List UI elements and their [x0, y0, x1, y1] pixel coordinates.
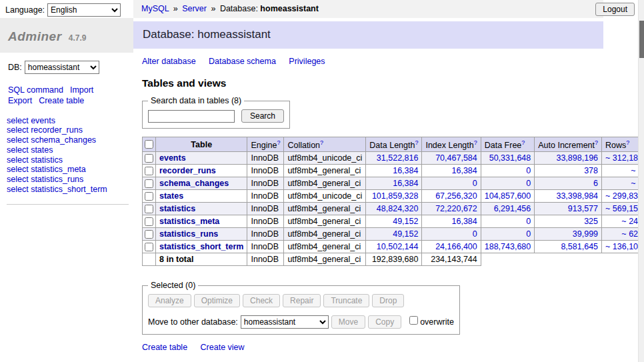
- data-free-link[interactable]: 0: [526, 229, 531, 239]
- table-name-link[interactable]: statistics: [159, 204, 195, 213]
- row-checkbox[interactable]: [145, 205, 153, 213]
- row-checkbox[interactable]: [145, 167, 153, 175]
- rows-count-link[interactable]: ~ 299,833: [605, 191, 643, 201]
- index-length-link[interactable]: 0: [473, 229, 477, 239]
- optimize-button[interactable]: Optimize: [194, 294, 240, 307]
- column-help-icon[interactable]: ?: [595, 139, 598, 146]
- sidebar-table-link[interactable]: select schema_changes: [7, 135, 129, 145]
- data-length-link[interactable]: 49,152: [393, 217, 418, 226]
- row-checkbox[interactable]: [145, 243, 153, 251]
- drop-button[interactable]: Drop: [372, 294, 404, 307]
- data-length-link[interactable]: 16,384: [393, 166, 418, 175]
- row-checkbox[interactable]: [145, 154, 153, 163]
- auto-increment-link[interactable]: 325: [584, 217, 598, 226]
- rows-count-link[interactable]: ~ 312,180: [605, 153, 643, 163]
- table-name-link[interactable]: statistics_runs: [159, 229, 218, 239]
- column-help-icon[interactable]: ?: [320, 139, 323, 146]
- index-length-link[interactable]: 16,384: [452, 217, 477, 226]
- data-free-link[interactable]: 0: [526, 217, 531, 226]
- column-help-icon[interactable]: ?: [277, 139, 280, 146]
- truncate-button[interactable]: Truncate: [323, 294, 369, 307]
- data-free-link[interactable]: 0: [526, 179, 531, 188]
- repair-button[interactable]: Repair: [283, 294, 321, 307]
- breadcrumb-mysql-link[interactable]: MySQL: [141, 4, 169, 13]
- data-length-link[interactable]: 48,824,320: [377, 204, 419, 213]
- table-name-link[interactable]: schema_changes: [159, 179, 229, 188]
- data-free-link[interactable]: 188,743,680: [485, 242, 531, 251]
- row-check-cell: [143, 177, 156, 190]
- data-free-link[interactable]: 104,857,600: [485, 191, 531, 201]
- sidebar-table-link[interactable]: select events: [7, 116, 129, 126]
- sidebar-table-link[interactable]: select recorder_runs: [7, 125, 129, 135]
- sidebar-table-link[interactable]: select statistics_runs: [7, 175, 129, 185]
- privileges-link[interactable]: Privileges: [289, 57, 325, 66]
- collation-cell: utf8mb4_general_ci: [284, 177, 366, 190]
- db-select[interactable]: homeassistant: [25, 61, 99, 74]
- column-help-icon[interactable]: ?: [521, 139, 525, 146]
- auto-increment-link[interactable]: 33,898,196: [556, 153, 598, 163]
- create-view-link[interactable]: Create view: [201, 343, 245, 352]
- auto-increment-link[interactable]: 8,581,645: [561, 242, 598, 251]
- rows-count-link[interactable]: ~ 569,159: [605, 204, 643, 213]
- sidebar-table-link[interactable]: select states: [7, 145, 129, 155]
- index-length-link[interactable]: 67,256,320: [435, 191, 477, 201]
- table-name-link[interactable]: events: [159, 153, 186, 163]
- table-name-link[interactable]: states: [159, 191, 183, 201]
- index-length-link[interactable]: 16,384: [452, 166, 477, 175]
- analyze-button[interactable]: Analyze: [148, 294, 191, 307]
- data-length-link[interactable]: 101,859,328: [372, 191, 419, 201]
- table-name-link[interactable]: statistics_short_term: [159, 242, 243, 251]
- data-length-link[interactable]: 31,522,816: [377, 153, 419, 163]
- check-button[interactable]: Check: [243, 294, 280, 307]
- table-name-cell: schema_changes: [156, 177, 247, 190]
- index-length-link[interactable]: 72,220,672: [435, 204, 477, 213]
- select-all-checkbox[interactable]: [145, 140, 153, 149]
- copy-button[interactable]: Copy: [368, 315, 401, 329]
- search-button[interactable]: Search: [241, 109, 284, 123]
- auto-increment-link[interactable]: 6: [593, 179, 598, 188]
- sidebar-table-link[interactable]: select statistics_meta: [7, 165, 129, 175]
- auto-increment-link[interactable]: 913,577: [568, 204, 598, 213]
- table-name-cell: recorder_runs: [156, 165, 247, 177]
- row-checkbox[interactable]: [145, 179, 153, 188]
- data-length-link[interactable]: 49,152: [393, 229, 418, 239]
- data-free-link[interactable]: 6,291,456: [494, 204, 531, 213]
- column-help-icon[interactable]: ?: [626, 139, 629, 146]
- index-length-link[interactable]: 70,467,584: [435, 153, 477, 163]
- language-select[interactable]: English: [47, 3, 121, 17]
- index-length-link[interactable]: 24,166,400: [435, 242, 477, 251]
- row-checkbox[interactable]: [145, 230, 153, 239]
- move-button[interactable]: Move: [331, 315, 365, 329]
- index-length-link[interactable]: 0: [473, 179, 477, 188]
- move-db-select[interactable]: homeassistant: [241, 315, 329, 329]
- create-table-sidebar-link[interactable]: Create table: [39, 96, 84, 105]
- data-length-link[interactable]: 16,384: [393, 179, 418, 188]
- table-name-link[interactable]: statistics_meta: [159, 217, 219, 226]
- alter-database-link[interactable]: Alter database: [142, 57, 196, 66]
- sidebar-table-link[interactable]: select statistics_short_term: [7, 185, 129, 195]
- auto-increment-link[interactable]: 33,398,984: [556, 191, 598, 201]
- breadcrumb-server-link[interactable]: Server: [182, 4, 207, 13]
- column-help-icon[interactable]: ?: [474, 139, 477, 146]
- import-link[interactable]: Import: [70, 85, 93, 95]
- search-input[interactable]: [148, 110, 235, 123]
- scrollbar[interactable]: [638, 0, 644, 362]
- data-length-link[interactable]: 10,502,144: [377, 242, 419, 251]
- auto-increment-link[interactable]: 39,999: [573, 229, 598, 239]
- overwrite-checkbox[interactable]: [409, 316, 418, 325]
- data-free-link[interactable]: 50,331,648: [489, 153, 531, 163]
- rows-count-link[interactable]: ~ 136,108: [605, 242, 643, 251]
- scrollbar-thumb[interactable]: [639, 21, 644, 58]
- row-checkbox[interactable]: [145, 217, 153, 226]
- row-checkbox[interactable]: [145, 192, 153, 201]
- database-schema-link[interactable]: Database schema: [209, 57, 276, 66]
- logout-button[interactable]: Logout: [595, 3, 635, 16]
- export-link[interactable]: Export: [8, 96, 32, 105]
- column-help-icon[interactable]: ?: [415, 139, 418, 146]
- table-name-link[interactable]: recorder_runs: [159, 166, 216, 175]
- sidebar-table-link[interactable]: select statistics: [7, 155, 129, 165]
- data-free-link[interactable]: 0: [526, 166, 531, 175]
- auto-increment-link[interactable]: 378: [584, 166, 598, 175]
- create-table-link[interactable]: Create table: [142, 343, 187, 352]
- sql-command-link[interactable]: SQL command: [8, 85, 63, 95]
